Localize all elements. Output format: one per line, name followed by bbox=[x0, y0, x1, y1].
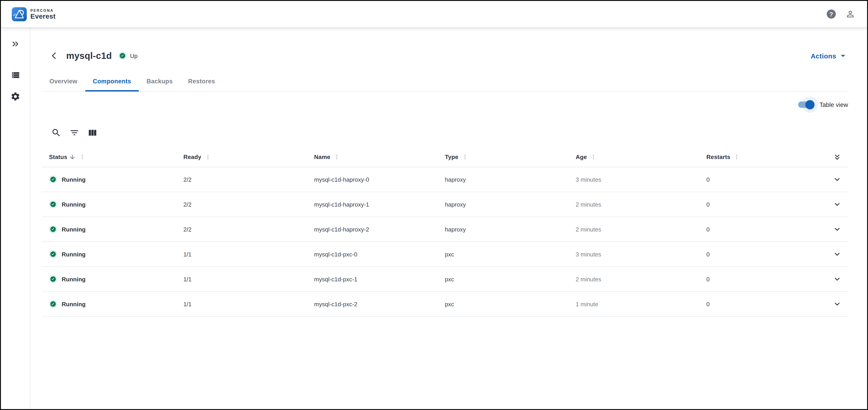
cell-restarts: 0 bbox=[695, 201, 826, 208]
database-list-icon bbox=[11, 70, 20, 79]
sidebar bbox=[1, 28, 30, 409]
brand-logo[interactable]: PERCONA Everest bbox=[12, 7, 56, 21]
actions-button[interactable]: Actions bbox=[811, 51, 848, 61]
row-expand-button[interactable] bbox=[831, 248, 843, 261]
tab-components[interactable]: Components bbox=[85, 73, 139, 91]
tab-restores[interactable]: Restores bbox=[181, 73, 223, 91]
more-vert-icon[interactable] bbox=[79, 153, 86, 160]
sidebar-item-settings[interactable] bbox=[9, 90, 22, 103]
cell-age: 1 minute bbox=[565, 301, 696, 307]
check-circle-icon bbox=[118, 52, 126, 60]
page-title: mysql-c1d bbox=[66, 50, 112, 61]
cell-type: pxc bbox=[434, 251, 565, 258]
table-row[interactable]: Running 2/2 mysql-c1d-haproxy-1 haproxy … bbox=[42, 192, 848, 217]
cell-status: Running bbox=[62, 201, 86, 208]
app-window: PERCONA Everest ? bbox=[0, 0, 868, 410]
row-expand-button[interactable] bbox=[831, 273, 843, 285]
column-header-restarts: Restarts bbox=[695, 153, 826, 160]
cell-ready: 1/1 bbox=[173, 301, 303, 307]
filter-button[interactable] bbox=[67, 126, 82, 140]
cell-restarts: 0 bbox=[695, 251, 826, 258]
brand-product-label: Everest bbox=[30, 12, 56, 20]
row-expand-button[interactable] bbox=[831, 298, 843, 310]
cell-ready: 2/2 bbox=[173, 201, 303, 208]
cell-restarts: 0 bbox=[695, 276, 826, 282]
table-row[interactable]: Running 2/2 mysql-c1d-haproxy-0 haproxy … bbox=[42, 167, 848, 192]
more-vert-icon[interactable] bbox=[205, 153, 211, 160]
cell-restarts: 0 bbox=[695, 301, 826, 307]
brand-percona-label: PERCONA bbox=[30, 8, 56, 12]
double-chevron-right-icon bbox=[10, 39, 21, 49]
check-circle-icon bbox=[49, 175, 57, 183]
cell-age: 2 minutes bbox=[565, 201, 696, 208]
table-toolbar bbox=[49, 126, 848, 140]
cluster-status-badge: Up bbox=[118, 52, 137, 60]
cell-ready: 2/2 bbox=[173, 226, 303, 233]
more-vert-icon[interactable] bbox=[462, 153, 468, 160]
topbar-actions: ? bbox=[825, 8, 856, 20]
row-expand-button[interactable] bbox=[831, 223, 843, 236]
cell-name: mysql-c1d-pxc-2 bbox=[303, 301, 434, 307]
cell-ready: 1/1 bbox=[173, 276, 303, 282]
back-button[interactable] bbox=[47, 49, 61, 63]
cell-age: 3 minutes bbox=[565, 251, 696, 258]
help-icon: ? bbox=[827, 9, 836, 19]
cell-status: Running bbox=[62, 301, 86, 307]
arrow-down-icon[interactable] bbox=[69, 153, 76, 160]
filter-icon bbox=[69, 128, 80, 138]
more-vert-icon[interactable] bbox=[334, 153, 340, 160]
row-expand-button[interactable] bbox=[831, 173, 843, 186]
cell-type: haproxy bbox=[434, 176, 565, 183]
table-row[interactable]: Running 1/1 mysql-c1d-pxc-2 pxc 1 minute… bbox=[42, 292, 848, 317]
expand-all-rows-button[interactable] bbox=[831, 150, 843, 163]
caret-down-icon bbox=[838, 51, 848, 61]
cell-age: 2 minutes bbox=[565, 226, 696, 233]
cell-restarts: 0 bbox=[695, 226, 826, 233]
tab-overview[interactable]: Overview bbox=[42, 73, 85, 91]
view-toggle-row: Table view bbox=[42, 96, 848, 114]
cell-type: haproxy bbox=[434, 201, 565, 208]
search-button[interactable] bbox=[49, 126, 63, 140]
percona-logo-icon bbox=[12, 7, 27, 21]
cell-ready: 1/1 bbox=[173, 251, 303, 258]
row-expand-button[interactable] bbox=[831, 198, 843, 211]
check-circle-icon bbox=[49, 300, 57, 308]
cell-type: pxc bbox=[434, 301, 565, 307]
columns-button[interactable] bbox=[85, 126, 100, 140]
settings-gear-icon bbox=[10, 92, 21, 101]
cell-type: pxc bbox=[434, 276, 565, 282]
cell-type: haproxy bbox=[434, 226, 565, 233]
user-profile-icon bbox=[845, 9, 855, 19]
column-header-name: Name bbox=[303, 153, 434, 160]
column-header-type: Type bbox=[434, 153, 565, 160]
table-view-label: Table view bbox=[819, 101, 848, 108]
table-view-toggle[interactable] bbox=[796, 99, 816, 110]
tab-bar: Overview Components Backups Restores bbox=[42, 73, 848, 92]
cell-name: mysql-c1d-pxc-0 bbox=[303, 251, 434, 258]
column-header-age: Age bbox=[565, 153, 696, 160]
more-vert-icon[interactable] bbox=[590, 153, 597, 160]
table-body: Running 2/2 mysql-c1d-haproxy-0 haproxy … bbox=[42, 167, 848, 317]
chevron-down-icon bbox=[832, 299, 842, 309]
cell-name: mysql-c1d-haproxy-0 bbox=[303, 176, 434, 183]
more-vert-icon[interactable] bbox=[734, 153, 740, 160]
search-icon bbox=[51, 128, 61, 138]
cell-status: Running bbox=[62, 251, 86, 258]
profile-button[interactable] bbox=[844, 8, 856, 20]
table-row[interactable]: Running 1/1 mysql-c1d-pxc-0 pxc 3 minute… bbox=[42, 242, 848, 267]
sidebar-expand-button[interactable] bbox=[9, 38, 22, 50]
check-circle-icon bbox=[49, 225, 57, 233]
cell-name: mysql-c1d-haproxy-2 bbox=[303, 226, 434, 233]
cell-ready: 2/2 bbox=[173, 176, 303, 183]
sidebar-item-databases[interactable] bbox=[9, 68, 22, 81]
main-content: mysql-c1d Up Actions bbox=[30, 28, 867, 409]
chevron-down-icon bbox=[832, 199, 842, 209]
chevron-down-icon bbox=[832, 224, 842, 234]
check-circle-icon bbox=[49, 200, 57, 208]
table-row[interactable]: Running 1/1 mysql-c1d-pxc-1 pxc 2 minute… bbox=[42, 267, 848, 292]
help-button[interactable]: ? bbox=[825, 8, 837, 20]
cell-age: 2 minutes bbox=[565, 276, 696, 282]
tab-backups[interactable]: Backups bbox=[139, 73, 180, 91]
components-table: Status Ready Name Type bbox=[42, 147, 848, 317]
table-row[interactable]: Running 2/2 mysql-c1d-haproxy-2 haproxy … bbox=[42, 217, 848, 242]
